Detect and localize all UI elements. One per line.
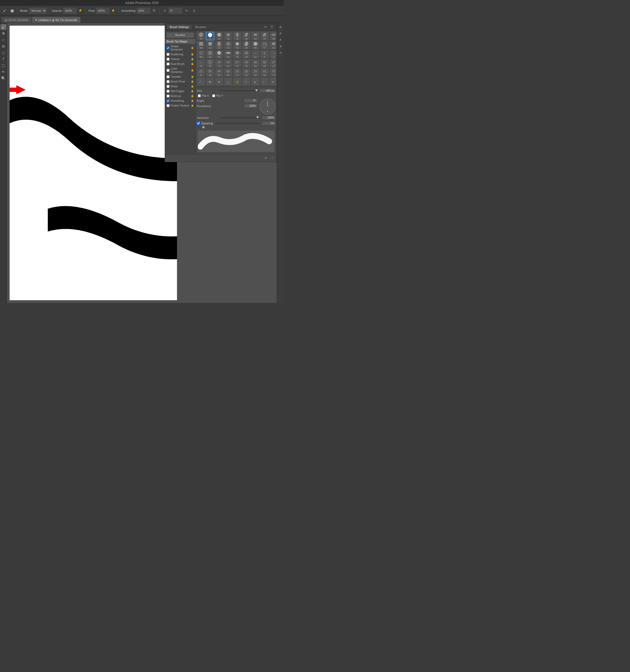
brush-cell-3[interactable]: 30 <box>215 32 223 40</box>
brush-cell-r6-1[interactable]: / <box>197 77 205 86</box>
smoothing-input[interactable]: 10% <box>137 8 150 14</box>
shape-dynamics-check[interactable] <box>167 46 170 49</box>
wet-edges-option[interactable]: Wet Edges 🔒 <box>165 89 195 94</box>
tab-1[interactable]: ✕ Untitled-2 @ 66.7% (Green/8) <box>32 17 80 23</box>
canvas-document[interactable] <box>9 26 177 300</box>
eye-icon[interactable]: 👁 <box>263 155 269 161</box>
brush-cell-r6-9[interactable]: ⊛ <box>269 77 277 86</box>
texture-option[interactable]: Texture 🔒 <box>165 57 195 62</box>
flow-pressure-icon[interactable]: ⚡ <box>110 8 116 14</box>
protect-texture-check[interactable] <box>167 104 170 107</box>
brush-cell-r5-7[interactable]: 33 33 <box>251 68 260 77</box>
lasso-tool-btn[interactable]: ⬭ <box>1 37 6 43</box>
transfer-check[interactable] <box>167 75 170 78</box>
brush-cell-r4-2[interactable]: 45 <box>206 59 215 68</box>
dual-brush-check[interactable] <box>167 63 170 66</box>
brush-cell-r3-8[interactable]: 9 9 <box>260 50 269 58</box>
brush-cell-6[interactable]: 25 <box>242 32 251 40</box>
brush-cell-r4-1[interactable]: ↔ 25 <box>197 59 205 68</box>
brush-cell-r2-9[interactable]: 50 <box>269 41 277 49</box>
brush-cell-r5-8[interactable]: 42 42 <box>260 68 269 77</box>
pressure-icon[interactable]: ⧖ <box>191 8 197 14</box>
brush-cell-circle-soft[interactable]: 30 <box>197 32 205 40</box>
brush-cell-4[interactable]: 25 <box>224 32 232 40</box>
type-tool-btn[interactable]: T <box>1 56 6 62</box>
right-tool-2[interactable]: A <box>278 30 283 36</box>
brush-cell-r5-1[interactable]: 23 23 <box>197 68 205 77</box>
flow-input[interactable]: 100% <box>96 8 109 14</box>
noise-check[interactable] <box>167 85 170 88</box>
add-brush-icon[interactable]: + <box>270 155 275 161</box>
flip-x-check[interactable] <box>198 94 201 97</box>
eraser-tool-btn[interactable]: ◻ <box>1 50 6 55</box>
size-slider[interactable] <box>219 90 258 91</box>
brush-cell-r5-9[interactable]: 70 70 <box>269 68 277 77</box>
hardness-value[interactable]: 100% <box>262 116 276 120</box>
brush-cell-r4-7[interactable]: 46 46 <box>251 59 260 68</box>
color-dynamics-option[interactable]: Color Dynamics 🔒 <box>165 66 195 74</box>
brush-cell-r2-7[interactable]: 50 <box>251 41 260 49</box>
brush-cell-r2-8[interactable]: 71 71 <box>260 41 269 49</box>
build-up-option[interactable]: Build-up 🔒 <box>165 94 195 98</box>
shape-dynamics-option[interactable]: Shape Dynamics 🔒 <box>165 44 195 52</box>
brush-cell-r6-6[interactable]: ⬡ <box>242 77 251 86</box>
brush-cell-r2-6[interactable]: 25 <box>242 41 251 49</box>
brush-size-icon[interactable]: ⬤ <box>9 8 15 14</box>
shape-tool-btn[interactable]: ▢ <box>1 63 6 68</box>
brush-cell-r2-3[interactable]: 25 <box>215 41 223 49</box>
brush-cell-r4-8[interactable]: 59 59 <box>260 59 269 68</box>
brush-cell-circle-hard[interactable]: 30 <box>206 32 215 40</box>
brush-cell-r3-1[interactable]: 50 <box>197 50 205 58</box>
brush-cell-r6-2[interactable]: ✿ <box>206 77 215 86</box>
pen-tool-btn[interactable]: ✒ <box>1 69 6 75</box>
brush-pose-check[interactable] <box>167 80 170 83</box>
zoom-tool-btn[interactable]: 🔍 <box>1 75 6 81</box>
brush-cell-r2-5[interactable]: 25 <box>233 41 242 49</box>
brush-cell-r5-2[interactable]: 36 <box>206 68 215 77</box>
crop-tool-btn[interactable]: ⊞ <box>1 43 6 49</box>
brush-cell-r6-5[interactable]: 🌿 <box>233 77 242 86</box>
build-up-check[interactable] <box>167 95 170 97</box>
opacity-input[interactable]: 100% <box>63 8 77 14</box>
size-value[interactable]: 400 px <box>259 89 276 93</box>
brush-cell-5[interactable]: 25 <box>233 32 242 40</box>
brush-cell-r5-6[interactable]: 26 26 <box>242 68 251 77</box>
brush-cell-r6-4[interactable]: △ <box>224 77 232 86</box>
brush-pose-option[interactable]: Brush Pose 🔒 <box>165 79 195 84</box>
smoothing-settings-icon[interactable]: ⚙ <box>151 8 157 14</box>
smoothing-check[interactable] <box>167 99 170 102</box>
brush-cell-r3-9[interactable]: → 9 <box>269 50 277 58</box>
right-tool-1[interactable]: A <box>278 24 283 30</box>
brush-cell-r6-8[interactable]: ⟁ <box>260 77 269 86</box>
opacity-pressure-icon[interactable]: ⚡ <box>77 8 83 14</box>
brush-cell-r4-4[interactable]: 24 24 <box>224 59 232 68</box>
tab-0[interactable]: @ 35.8% (RGB/8) <box>2 17 31 23</box>
hardness-slider[interactable] <box>221 117 259 118</box>
brush-cell-r4-6[interactable]: 39 39 <box>242 59 251 68</box>
panel-menu-btn[interactable]: ≫ <box>263 24 268 30</box>
move-tool-btn[interactable]: ✥ <box>1 30 6 36</box>
brush-cell-r3-4[interactable]: 36 <box>224 50 232 58</box>
wet-edges-check[interactable] <box>167 90 170 93</box>
angle-control-value[interactable]: 0° <box>244 99 257 102</box>
brush-cell-r2-2[interactable]: 32 <box>206 41 215 49</box>
brush-cell-r3-3[interactable]: 50 <box>215 50 223 58</box>
brushes-button[interactable]: Brushes <box>167 32 194 38</box>
brush-cell-8[interactable]: 25 <box>260 32 269 40</box>
brush-cell-r3-6[interactable]: 30 <box>242 50 251 58</box>
panel-list-btn[interactable]: ☰ <box>269 24 274 30</box>
brush-cell-r2-4[interactable]: 50 <box>224 41 232 49</box>
mode-select[interactable]: Normal <box>29 8 47 14</box>
symmetry-icon[interactable]: ⚭ <box>184 8 190 14</box>
brush-cell-r5-3[interactable]: 44 44 <box>215 68 223 77</box>
right-tool-5[interactable]: ⟲ <box>278 50 283 55</box>
angle-input[interactable]: 0° <box>169 8 182 14</box>
scattering-check[interactable] <box>167 53 170 56</box>
panel-tab-brush-settings[interactable]: Brush Settings <box>167 25 192 29</box>
dual-brush-option[interactable]: Dual Brush 🔒 <box>165 62 195 66</box>
brush-cell-r3-7[interactable]: →→ 20 <box>251 50 260 58</box>
flip-y-check[interactable] <box>212 94 215 97</box>
brush-cell-7[interactable]: 36 <box>251 32 260 40</box>
brush-tip-shape-option[interactable]: Brush Tip Shape <box>165 39 195 44</box>
panel-tab-brushes[interactable]: Brushes <box>193 25 209 29</box>
